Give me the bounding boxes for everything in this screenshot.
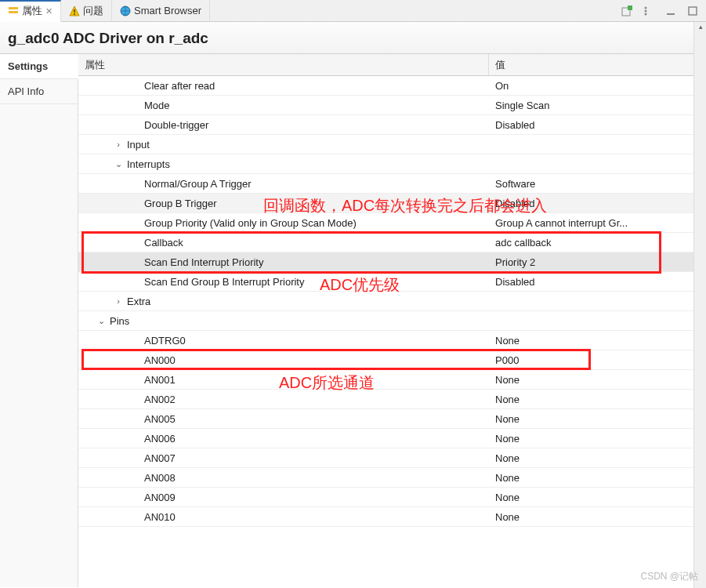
spacer-icon: · xyxy=(130,218,141,227)
property-name: AN005 xyxy=(144,413,176,425)
property-row[interactable]: ›Extra xyxy=(78,292,706,311)
property-value-cell[interactable]: None xyxy=(489,472,706,484)
property-value-cell[interactable]: None xyxy=(489,394,706,405)
grid-body[interactable]: ·Clear after readOn·ModeSingle Scan·Doub… xyxy=(78,76,706,587)
menu-icon[interactable] xyxy=(643,5,654,16)
property-row[interactable]: ·Double-triggerDisabled xyxy=(78,115,706,135)
property-value-cell[interactable]: Group A cannot interrupt Gr... xyxy=(489,217,706,229)
property-value-cell[interactable]: Single Scan xyxy=(489,100,706,111)
spacer-icon: · xyxy=(130,394,141,404)
property-name-cell: ·Mode xyxy=(78,100,489,111)
spacer-icon: · xyxy=(130,473,141,482)
tab-problems[interactable]: 问题 xyxy=(61,0,112,22)
property-name-cell: ·ADTRG0 xyxy=(78,335,489,347)
property-row[interactable]: ·ModeSingle Scan xyxy=(78,96,706,115)
toolbar-icons xyxy=(621,5,706,16)
chevron-down-icon[interactable]: ⌄ xyxy=(96,316,107,326)
minimize-icon[interactable] xyxy=(665,5,676,16)
property-row[interactable]: ›Input xyxy=(78,135,706,154)
property-row[interactable]: ·AN009None xyxy=(78,488,706,507)
grid-header: 属性 值 xyxy=(78,54,706,76)
sidebar-tab-api[interactable]: API Info xyxy=(0,79,78,104)
property-row[interactable]: ·AN000P000 xyxy=(78,350,706,370)
header-property[interactable]: 属性 xyxy=(78,54,489,75)
property-name: AN009 xyxy=(144,492,176,503)
scroll-gutter[interactable]: ▴ xyxy=(693,54,706,587)
property-name: Extra xyxy=(127,296,150,307)
spacer-icon: · xyxy=(130,375,141,384)
properties-panel: 属性 值 ·Clear after readOn·ModeSingle Scan… xyxy=(78,54,706,587)
property-value-cell[interactable]: Disabled xyxy=(489,119,706,131)
property-value-cell[interactable]: Software xyxy=(489,178,706,190)
property-row[interactable]: ·Callbackadc callback xyxy=(78,233,706,252)
property-value-cell[interactable]: adc callback xyxy=(489,237,706,249)
spacer-icon: · xyxy=(130,238,141,247)
globe-icon xyxy=(120,5,131,16)
property-value-cell[interactable]: None xyxy=(489,511,706,523)
property-name-cell: ·AN010 xyxy=(78,511,489,523)
property-name: Input xyxy=(127,139,150,151)
property-row[interactable]: ·ADTRG0None xyxy=(78,331,706,350)
property-value-cell[interactable]: None xyxy=(489,452,706,464)
property-name: Normal/Group A Trigger xyxy=(144,178,252,190)
property-value-cell[interactable]: None xyxy=(489,433,706,445)
svg-rect-3 xyxy=(74,9,75,13)
property-name: AN008 xyxy=(144,472,176,484)
property-row[interactable]: ·AN007None xyxy=(78,448,706,468)
new-view-icon[interactable] xyxy=(621,5,632,16)
chevron-down-icon[interactable]: ⌄ xyxy=(113,159,124,169)
property-value-cell[interactable]: None xyxy=(489,492,706,503)
maximize-icon[interactable] xyxy=(687,5,698,16)
property-row[interactable]: ⌄Interrupts xyxy=(78,154,706,174)
spacer-icon: · xyxy=(130,414,141,423)
svg-rect-11 xyxy=(667,13,675,15)
property-value-cell[interactable]: On xyxy=(489,80,706,92)
property-name-cell: ·AN001 xyxy=(78,374,489,386)
property-name-cell: ·AN009 xyxy=(78,492,489,503)
property-name: AN001 xyxy=(144,374,176,386)
property-name-cell: ·AN002 xyxy=(78,394,489,405)
property-value-cell[interactable]: Priority 2 xyxy=(489,256,706,268)
property-name: Interrupts xyxy=(127,158,170,170)
chevron-right-icon[interactable]: › xyxy=(113,296,124,306)
property-row[interactable]: ·AN005None xyxy=(78,409,706,429)
tab-smart-browser[interactable]: Smart Browser xyxy=(112,0,210,22)
close-icon[interactable]: ✕ xyxy=(45,6,52,16)
property-row[interactable]: ·AN006None xyxy=(78,429,706,448)
svg-rect-7 xyxy=(628,5,632,10)
property-value-cell[interactable]: P000 xyxy=(489,354,706,366)
property-row[interactable]: ·Normal/Group A TriggerSoftware xyxy=(78,174,706,194)
property-row[interactable]: ·AN002None xyxy=(78,390,706,409)
property-name: AN002 xyxy=(144,394,176,405)
property-name: Scan End Interrupt Priority xyxy=(144,256,263,268)
property-value-cell[interactable]: None xyxy=(489,413,706,425)
property-name: Clear after read xyxy=(144,80,215,92)
property-row[interactable]: ·Scan End Group B Interrupt PriorityDisa… xyxy=(78,272,706,292)
property-row[interactable]: ⌄Pins xyxy=(78,311,706,331)
property-name-cell: ·Double-trigger xyxy=(78,119,489,131)
tab-properties[interactable]: 属性 ✕ xyxy=(0,0,61,22)
property-row[interactable]: ·Group Priority (Valid only in Group Sca… xyxy=(78,213,706,233)
property-row[interactable]: ·AN008None xyxy=(78,468,706,488)
header-value[interactable]: 值 xyxy=(489,54,706,75)
property-value-cell[interactable]: None xyxy=(489,335,706,347)
svg-rect-12 xyxy=(689,7,697,15)
property-name-cell: ·Group B Trigger xyxy=(78,198,489,209)
property-value-cell[interactable]: Disabled xyxy=(489,276,706,288)
property-value-cell[interactable]: Disabled xyxy=(489,198,706,209)
property-row[interactable]: ·AN010None xyxy=(78,507,706,527)
sidebar-tab-settings[interactable]: Settings xyxy=(0,54,78,79)
property-row[interactable]: ·Scan End Interrupt PriorityPriority 2 xyxy=(78,252,706,272)
property-value-cell[interactable]: None xyxy=(489,374,706,386)
property-name: AN007 xyxy=(144,452,176,464)
property-name-cell: ⌄Interrupts xyxy=(78,158,489,170)
property-row[interactable]: ·Clear after readOn xyxy=(78,76,706,96)
property-row[interactable]: ·AN001None xyxy=(78,370,706,390)
property-row[interactable]: ·Group B TriggerDisabled xyxy=(78,194,706,213)
property-name: AN006 xyxy=(144,433,176,445)
chevron-right-icon[interactable]: › xyxy=(113,140,124,149)
property-name-cell: ⌄Pins xyxy=(78,315,489,327)
property-name-cell: ·AN005 xyxy=(78,413,489,425)
property-name: Scan End Group B Interrupt Priority xyxy=(144,276,304,288)
spacer-icon: · xyxy=(130,277,141,286)
